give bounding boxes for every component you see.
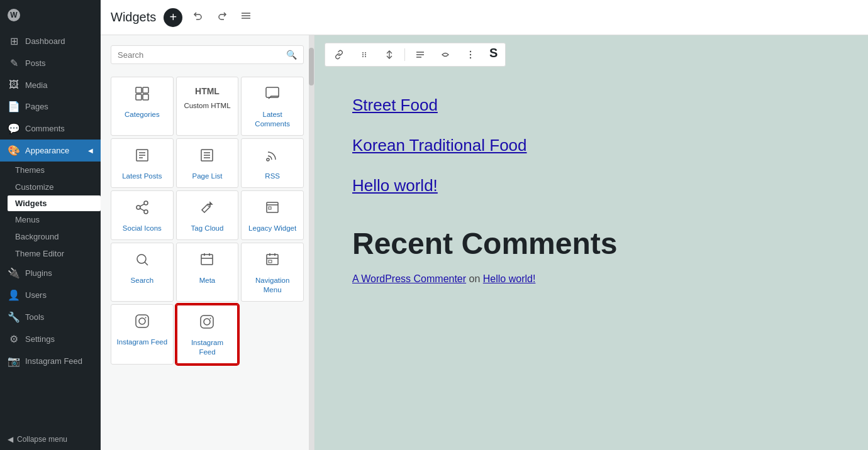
svg-point-22 — [208, 204, 210, 206]
sidebar-item-label: Tools — [25, 312, 44, 322]
comments-icon: 💬 — [8, 123, 20, 134]
widget-tag-cloud[interactable]: Tag Cloud — [176, 190, 239, 240]
custom-html-icon: HTML — [195, 86, 220, 96]
search-icon: 🔍 — [286, 50, 297, 60]
widget-label: Meta — [199, 276, 216, 285]
widget-navigation-menu[interactable]: Navigation Menu — [241, 243, 304, 302]
sidebar-item-plugins[interactable]: 🔌 Plugins — [0, 262, 101, 284]
widget-page-list[interactable]: Page List — [176, 138, 239, 188]
submenu-item-customize[interactable]: Customize — [8, 178, 101, 195]
svg-rect-4 — [143, 87, 148, 93]
content-area: 🔍 Categories — [101, 35, 868, 450]
widget-search[interactable]: Search — [111, 243, 174, 302]
sidebar-item-instagram[interactable]: 📷 Instagram Feed — [0, 350, 101, 372]
svg-rect-6 — [143, 94, 148, 100]
scrollbar[interactable] — [309, 35, 314, 450]
collapse-label: Collapse menu — [17, 435, 67, 444]
toolbar-link-button[interactable] — [328, 46, 350, 63]
widget-instagram-feed-2[interactable]: Instagram Feed — [176, 304, 239, 365]
widget-social-icons[interactable]: Social Icons — [111, 190, 174, 240]
meta-icon — [199, 252, 214, 271]
widget-rss[interactable]: RSS — [241, 138, 304, 188]
tag-cloud-icon — [199, 200, 214, 219]
sidebar-item-comments[interactable]: 💬 Comments — [0, 118, 101, 140]
preview-link-korean-food[interactable]: Korean Traditional Food — [352, 126, 830, 166]
sidebar-item-appearance[interactable]: 🎨 Appearance ◀ — [0, 140, 101, 162]
svg-point-48 — [365, 56, 366, 57]
widget-label: Latest Posts — [122, 172, 162, 181]
sidebar-item-label: Plugins — [25, 268, 52, 278]
sidebar-item-label: Instagram Feed — [25, 356, 82, 366]
toolbar-divider — [404, 48, 405, 61]
submenu-item-menus[interactable]: Menus — [8, 211, 101, 228]
widget-label: Instagram Feed — [117, 338, 168, 347]
widget-categories[interactable]: Categories — [111, 77, 174, 136]
sidebar-item-tools[interactable]: 🔧 Tools — [0, 306, 101, 328]
svg-rect-37 — [136, 315, 148, 327]
undo-button[interactable] — [190, 8, 206, 27]
widget-label: Legacy Widget — [248, 224, 296, 233]
sidebar-item-settings[interactable]: ⚙ Settings — [0, 328, 101, 350]
sidebar-item-label: Media — [25, 80, 47, 90]
widget-label: Categories — [125, 110, 160, 119]
sidebar: W ⊞ Dashboard ✎ Posts 🖼 Media 📄 Pages 💬 … — [0, 0, 101, 450]
widget-panel: 🔍 Categories — [101, 35, 314, 450]
svg-point-17 — [144, 201, 148, 205]
scroll-thumb[interactable] — [309, 48, 314, 85]
appearance-icon: 🎨 — [8, 145, 20, 156]
svg-rect-32 — [267, 255, 278, 265]
widget-legacy[interactable]: Legacy Widget — [241, 190, 304, 240]
wp-logo-icon: W — [8, 9, 20, 21]
svg-point-54 — [470, 57, 471, 58]
svg-point-16 — [267, 158, 269, 161]
sidebar-item-dashboard[interactable]: ⊞ Dashboard — [0, 30, 101, 52]
hello-world-link[interactable]: Hello world! — [483, 273, 536, 284]
widget-meta[interactable]: Meta — [176, 243, 239, 302]
redo-button[interactable] — [214, 8, 230, 27]
svg-point-26 — [137, 255, 146, 263]
preview-link-hello-world[interactable]: Hello world! — [352, 166, 830, 206]
commenter-link[interactable]: A WordPress Commenter — [352, 273, 466, 284]
sidebar-item-pages[interactable]: 📄 Pages — [0, 96, 101, 118]
submenu-item-widgets[interactable]: Widgets — [8, 195, 101, 211]
widget-instagram-feed-1[interactable]: Instagram Feed — [111, 304, 174, 365]
sidebar-item-label: Comments — [25, 124, 65, 133]
widget-latest-posts[interactable]: Latest Posts — [111, 138, 174, 188]
svg-rect-3 — [136, 87, 142, 93]
svg-line-20 — [140, 209, 144, 211]
sidebar-item-users[interactable]: 👤 Users — [0, 284, 101, 306]
add-widget-button[interactable]: + — [164, 8, 182, 27]
block-toolbar: S — [325, 43, 506, 67]
submenu-item-background[interactable]: Background — [8, 228, 101, 245]
svg-point-52 — [470, 51, 471, 52]
submenu-item-theme-editor[interactable]: Theme Editor — [8, 245, 101, 262]
submenu-item-themes[interactable]: Themes — [8, 162, 101, 178]
sidebar-item-posts[interactable]: ✎ Posts — [0, 52, 101, 74]
collapse-menu-button[interactable]: ◀ Collapse menu — [0, 429, 101, 450]
toolbar-transform-button[interactable] — [434, 46, 457, 63]
svg-rect-5 — [136, 94, 142, 100]
posts-icon: ✎ — [8, 57, 20, 69]
toolbar-align-button[interactable] — [409, 46, 431, 63]
latest-comments-icon — [265, 86, 280, 105]
toolbar-move-up-down-button[interactable] — [378, 46, 401, 63]
search-widget-icon — [135, 252, 150, 271]
on-text: on — [469, 273, 483, 284]
sidebar-item-label: Settings — [25, 334, 55, 344]
widget-latest-comments[interactable]: Latest Comments — [241, 77, 304, 136]
widget-label: Search — [131, 276, 153, 285]
list-view-button[interactable] — [238, 8, 254, 27]
plugins-icon: 🔌 — [8, 267, 20, 279]
toolbar-drag-button[interactable] — [353, 46, 376, 63]
toolbar-more-options-button[interactable] — [459, 46, 482, 63]
sidebar-item-label: Users — [25, 290, 47, 300]
sidebar-item-media[interactable]: 🖼 Media — [0, 74, 101, 96]
svg-point-42 — [210, 317, 211, 319]
search-input[interactable] — [118, 50, 286, 60]
widget-custom-html[interactable]: HTML Custom HTML — [176, 77, 239, 136]
search-box[interactable]: 🔍 — [111, 45, 304, 64]
preview-link-street-food[interactable]: Street Food — [352, 85, 830, 126]
sidebar-item-label: Dashboard — [25, 36, 65, 46]
widget-label: Social Icons — [123, 224, 162, 233]
section-title-partial: S — [484, 46, 503, 63]
